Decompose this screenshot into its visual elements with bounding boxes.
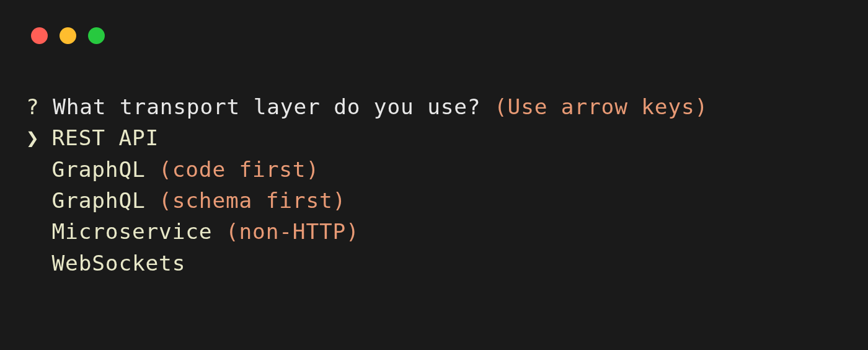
- option-label: Microservice: [52, 219, 226, 244]
- option-row[interactable]: Microservice (non-HTTP): [26, 216, 868, 247]
- option-label: WebSockets: [52, 251, 186, 276]
- prompt-marker: ?: [26, 94, 40, 119]
- option-label: REST API: [52, 125, 159, 150]
- prompt-hint: (Use arrow keys): [494, 94, 708, 119]
- terminal-output: ? What transport layer do you use? (Use …: [0, 44, 868, 279]
- option-row[interactable]: GraphQL (schema first): [26, 185, 868, 216]
- maximize-icon[interactable]: [88, 27, 105, 44]
- prompt-question: What transport layer do you use?: [53, 94, 494, 119]
- selection-pointer-icon: ❯: [26, 122, 52, 153]
- option-row[interactable]: GraphQL (code first): [26, 154, 868, 185]
- option-detail: (non-HTTP): [226, 219, 360, 244]
- option-detail: (schema first): [159, 188, 346, 213]
- close-icon[interactable]: [31, 27, 48, 44]
- option-label: GraphQL: [52, 157, 159, 182]
- option-row[interactable]: ❯ REST API: [26, 122, 868, 153]
- option-row[interactable]: WebSockets: [26, 248, 868, 279]
- option-detail: (code first): [159, 157, 319, 182]
- option-label: GraphQL: [52, 188, 159, 213]
- prompt-line: ? What transport layer do you use? (Use …: [26, 91, 868, 122]
- titlebar: [0, 0, 868, 44]
- minimize-icon[interactable]: [60, 27, 76, 44]
